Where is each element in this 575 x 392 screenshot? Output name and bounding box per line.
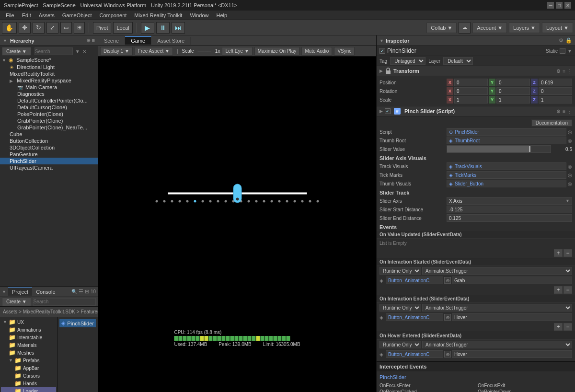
move-tool[interactable]: ✥ bbox=[19, 22, 31, 34]
rot-z-field[interactable]: 0 bbox=[539, 87, 572, 95]
object-name[interactable]: PinchSlider bbox=[387, 47, 544, 54]
event-add-button2[interactable]: + bbox=[554, 286, 563, 294]
script-target-icon[interactable]: ◎ bbox=[568, 129, 572, 135]
tab-game[interactable]: Game bbox=[125, 36, 151, 45]
scale-x-field[interactable]: 1 bbox=[454, 96, 488, 104]
left-eye-button[interactable]: Left Eye ▼ bbox=[222, 47, 252, 56]
project-collapse[interactable]: ▼ bbox=[0, 289, 8, 294]
start-distance-value[interactable]: -0.125 bbox=[447, 206, 572, 213]
documentation-button[interactable]: Documentation bbox=[531, 119, 572, 127]
hierarchy-item-btncoll[interactable]: ButtonCollection bbox=[0, 138, 98, 144]
gear-icon[interactable]: ⚙ bbox=[559, 37, 564, 44]
layers-button[interactable]: Layers ▼ bbox=[509, 23, 540, 33]
menu-edit[interactable]: Edit bbox=[18, 12, 35, 18]
ended-ref-input[interactable] bbox=[386, 313, 443, 321]
breadcrumb-features[interactable]: Features bbox=[81, 309, 98, 314]
transform-menu[interactable]: ≡ bbox=[563, 69, 565, 74]
menu-assets[interactable]: Assets bbox=[35, 12, 58, 18]
tab-project[interactable]: Project bbox=[8, 288, 32, 296]
menu-component[interactable]: Component bbox=[95, 12, 130, 18]
menu-window[interactable]: Window bbox=[186, 12, 212, 18]
hierarchy-search-input[interactable] bbox=[34, 47, 73, 55]
cloud-button[interactable]: ☁ bbox=[459, 22, 471, 34]
func-dropdown-ended[interactable]: Animator.SetTrigger bbox=[422, 304, 572, 311]
script-header[interactable]: ▶ # Pinch Slider (Script) ⚙ ≡ ⋮ bbox=[377, 106, 575, 116]
hierarchy-item-pangesture[interactable]: PanGesture bbox=[0, 151, 98, 158]
transform-tool[interactable]: ⊞ bbox=[74, 22, 85, 34]
script-menu[interactable]: ≡ bbox=[563, 109, 565, 114]
static-arrow[interactable]: ▼ bbox=[567, 48, 572, 54]
hierarchy-item-cube[interactable]: Cube bbox=[0, 131, 98, 138]
scale-y-field[interactable]: 1 bbox=[496, 96, 530, 104]
hover-func-input[interactable] bbox=[452, 350, 572, 358]
event-remove-button2[interactable]: − bbox=[564, 286, 572, 294]
folder-animations[interactable]: 📁 Animations bbox=[1, 326, 56, 334]
hierarchy-item-uiraycast[interactable]: UIRaycastCamera bbox=[0, 164, 98, 171]
hover-dot-btn[interactable]: ◎ bbox=[444, 351, 451, 357]
scale-z-field[interactable]: 1 bbox=[539, 96, 572, 104]
tag-dropdown[interactable]: Untagged bbox=[390, 57, 426, 65]
breadcrumb-assets[interactable]: Assets bbox=[3, 309, 17, 314]
hierarchy-item-mrtk[interactable]: MixedRealityToolkit bbox=[0, 70, 98, 77]
menu-help[interactable]: Help bbox=[213, 12, 231, 18]
hierarchy-search-options[interactable]: ▼ bbox=[75, 49, 80, 54]
hierarchy-item-defcursor[interactable]: DefaultCursor(Clone) bbox=[0, 104, 98, 111]
event-add-button[interactable]: + bbox=[554, 249, 563, 257]
display-button[interactable]: Display 1 ▼ bbox=[100, 47, 133, 56]
close-button[interactable]: ✕ bbox=[564, 2, 571, 9]
hierarchy-item-grabptr[interactable]: GrabPointer(Clone) bbox=[0, 117, 98, 124]
step-button[interactable]: ⏭ bbox=[172, 22, 185, 34]
local-button[interactable]: Local bbox=[113, 22, 132, 34]
hierarchy-item-defcursorptr[interactable]: DefaultControllerPointer(Clo... bbox=[0, 97, 98, 104]
file-pinchslider[interactable]: ◈ PinchSlider bbox=[59, 319, 96, 327]
thumbroot-target-icon[interactable]: ◎ bbox=[568, 138, 572, 143]
project-search-icon[interactable]: 🔍 bbox=[71, 289, 77, 294]
ended-func-input[interactable] bbox=[452, 313, 572, 321]
transform-options[interactable]: ⚙ bbox=[556, 69, 561, 74]
rotate-tool[interactable]: ↻ bbox=[33, 22, 45, 34]
menu-mrtk[interactable]: Mixed Reality Toolkit bbox=[130, 12, 186, 18]
folder-hands[interactable]: 📁 Hands bbox=[1, 380, 56, 387]
layout-button[interactable]: Layout ▼ bbox=[542, 23, 573, 33]
started-dot-btn[interactable]: ◎ bbox=[444, 277, 451, 284]
tab-console[interactable]: Console bbox=[32, 288, 59, 296]
event-add-button3[interactable]: + bbox=[554, 323, 563, 331]
tickmarks-target-icon[interactable]: ◎ bbox=[568, 173, 572, 178]
lock-icon[interactable]: 🔒 bbox=[565, 37, 572, 44]
pos-z-field[interactable]: 0.619 bbox=[539, 79, 572, 86]
mute-button[interactable]: Mute Audio bbox=[301, 47, 332, 56]
hierarchy-item-3dobjcoll[interactable]: 3DObjectCollection bbox=[0, 144, 98, 151]
scale-tool[interactable]: ⤢ bbox=[46, 22, 58, 34]
static-checkbox[interactable] bbox=[560, 48, 565, 54]
hierarchy-item-samplescene[interactable]: ▼ ◉ SampleScene* bbox=[0, 57, 98, 64]
func-dropdown-hover[interactable]: Animator.SetTrigger bbox=[422, 341, 572, 348]
hierarchy-item-pinchslider[interactable]: PinchSlider bbox=[0, 158, 98, 164]
vsync-button[interactable]: VSync bbox=[334, 47, 355, 56]
play-button[interactable]: ▶ bbox=[141, 22, 154, 34]
slider-axis-value[interactable]: X Axis ▼ bbox=[447, 197, 572, 205]
hierarchy-item-diagnostics[interactable]: Diagnostics bbox=[0, 91, 98, 97]
pos-x-field[interactable]: 0 bbox=[454, 79, 488, 86]
thumbvisuals-target-icon[interactable]: ◎ bbox=[568, 181, 572, 186]
trackvisuals-target-icon[interactable]: ◎ bbox=[568, 164, 572, 169]
event-remove-button3[interactable]: − bbox=[564, 323, 572, 331]
folder-cursors[interactable]: 📁 Cursors bbox=[1, 372, 56, 380]
folder-loader[interactable]: 📁 Loader bbox=[1, 387, 56, 392]
hierarchy-item-maincam[interactable]: 📷 Main Camera bbox=[0, 84, 98, 91]
layer-dropdown[interactable]: Default bbox=[443, 57, 473, 65]
folder-materials[interactable]: 📁 Materials bbox=[1, 341, 56, 349]
hierarchy-item-pokeptr[interactable]: PokePointer(Clone) bbox=[0, 111, 98, 117]
hierarchy-collapse[interactable]: ▼ bbox=[3, 38, 7, 43]
runtime-dropdown-hover[interactable]: Runtime Only bbox=[380, 341, 421, 348]
hierarchy-item-grabptrnearte[interactable]: GrabPointer(Clone)_NearTe... bbox=[0, 124, 98, 131]
hierarchy-icon1[interactable]: ⊕ bbox=[86, 37, 91, 44]
transform-header[interactable]: ▶ Transform ⚙ ≡ ⋮ bbox=[377, 66, 575, 76]
tab-scene[interactable]: Scene bbox=[98, 37, 125, 45]
transform-more[interactable]: ⋮ bbox=[567, 69, 572, 74]
hierarchy-item-dirlight[interactable]: ☀ Directional Light bbox=[0, 64, 98, 70]
started-func-input[interactable] bbox=[452, 277, 572, 284]
folder-meshes[interactable]: 📁 Meshes bbox=[1, 349, 56, 357]
hierarchy-create-button[interactable]: Create ▼ bbox=[2, 47, 31, 56]
end-distance-value[interactable]: 0.125 bbox=[447, 214, 572, 222]
rot-y-field[interactable]: 0 bbox=[496, 87, 530, 95]
